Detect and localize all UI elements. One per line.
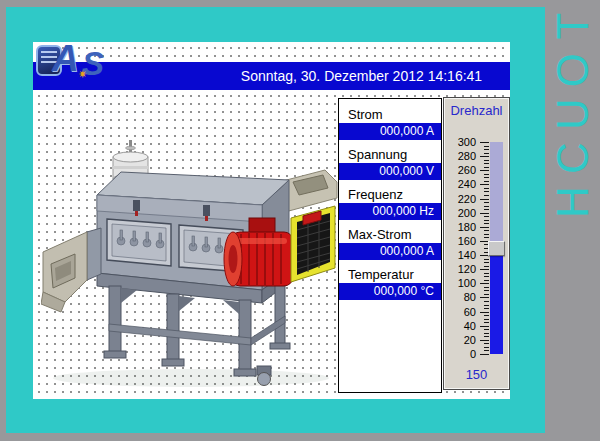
readout-spannung: Spannung 000,000 V — [339, 147, 441, 180]
gauge-track-lower — [490, 248, 503, 354]
touch-panel-device: TOUCH Sonntag, 30. Dezember 2012 14:16:4… — [0, 0, 600, 441]
starburst-icon: ✷ — [78, 69, 87, 80]
readout-label: Max-Strom — [339, 227, 441, 242]
readout-strom: Strom 000,000 A — [339, 107, 441, 140]
readout-panel: Strom 000,000 A Spannung 000,000 V Frequ… — [338, 98, 442, 393]
readout-value: 000,000 Hz — [339, 203, 441, 220]
company-logo: A S ✷ — [36, 43, 131, 89]
readout-value: 000,000 V — [339, 163, 441, 180]
readout-label: Frequenz — [339, 187, 441, 202]
machine-illustration — [41, 140, 341, 390]
gauge-value: 150 — [444, 367, 509, 382]
gauge-track-upper — [490, 142, 503, 248]
drehzahl-gauge-panel: Drehzahl 3002802602402202001801601401201… — [443, 97, 510, 390]
readout-temperatur: Temperatur 000,000 °C — [339, 267, 441, 300]
logo-letter-a: A — [52, 42, 79, 77]
readout-frequenz: Frequenz 000,000 Hz — [339, 187, 441, 220]
touch-vertical-text: TOUCH — [545, 4, 600, 224]
readout-value: 000,000 A — [339, 243, 441, 260]
readout-label: Strom — [339, 107, 441, 122]
readout-label: Spannung — [339, 147, 441, 162]
datetime-text: Sonntag, 30. Dezember 2012 14:16:41 — [241, 68, 482, 84]
touch-letter: H — [551, 175, 595, 230]
readout-value: 000,000 °C — [339, 283, 441, 300]
hmi-screen: Sonntag, 30. Dezember 2012 14:16:41 A S … — [33, 42, 510, 399]
gauge-thumb[interactable] — [488, 241, 505, 256]
readout-value: 000,000 A — [339, 123, 441, 140]
readout-label: Temperatur — [339, 267, 441, 282]
readout-max-strom: Max-Strom 000,000 A — [339, 227, 441, 260]
